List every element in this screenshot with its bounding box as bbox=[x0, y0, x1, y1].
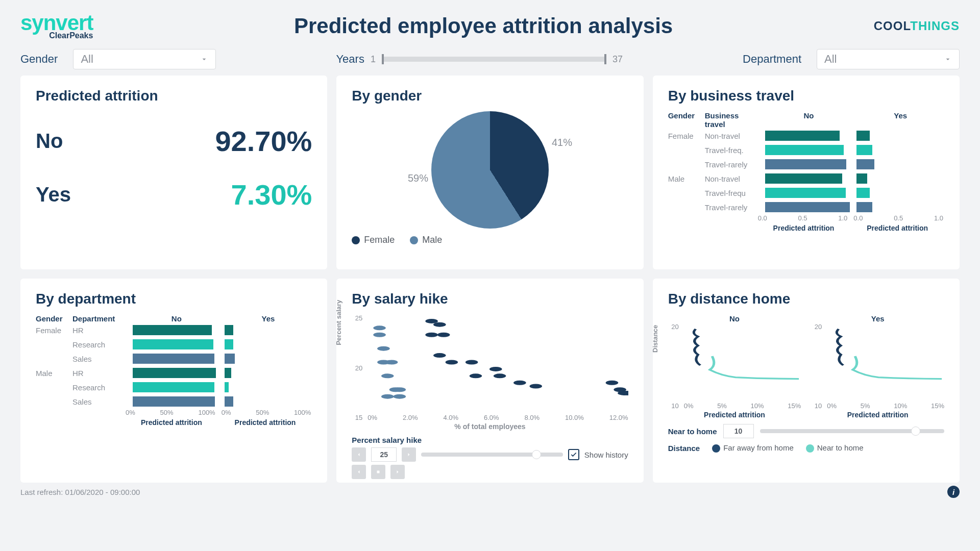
bar-row: Travel-frequ bbox=[668, 186, 944, 200]
legend-far: Far away from home bbox=[712, 443, 794, 453]
svg-point-8 bbox=[381, 394, 394, 399]
next-button[interactable] bbox=[402, 447, 416, 462]
years-slider[interactable] bbox=[382, 57, 606, 62]
svg-point-0 bbox=[374, 325, 386, 330]
salary-value-input[interactable]: 25 bbox=[371, 447, 397, 462]
legend-male: Male bbox=[410, 235, 442, 245]
bar-row: Travel-freq. bbox=[668, 143, 944, 157]
distance-title: By distance home bbox=[668, 291, 944, 307]
kpi-no-value: 92.70% bbox=[215, 124, 312, 158]
bar-row: Travel-rarely bbox=[668, 157, 944, 171]
years-filter: Years 1 37 bbox=[231, 53, 727, 66]
chevron-right-icon bbox=[395, 469, 401, 475]
dot-icon bbox=[712, 444, 720, 453]
info-button[interactable]: i bbox=[947, 486, 960, 498]
card-by-salary-hike: By salary hike Percent salary 252015 0%2… bbox=[336, 279, 643, 483]
department-select[interactable]: All bbox=[817, 49, 960, 69]
play-back-button[interactable] bbox=[352, 465, 366, 479]
dot-icon bbox=[352, 236, 360, 244]
card-by-department: By department Gender Department No Yes F… bbox=[20, 279, 327, 483]
kpi-yes-label: Yes bbox=[36, 183, 71, 206]
dept-title: By department bbox=[36, 291, 312, 307]
svg-point-5 bbox=[381, 373, 394, 378]
bar-row: Sales bbox=[36, 352, 312, 366]
svg-point-18 bbox=[489, 367, 502, 371]
chevron-down-icon bbox=[200, 55, 208, 63]
svg-point-16 bbox=[465, 360, 478, 364]
check-icon bbox=[570, 451, 577, 458]
svg-point-22 bbox=[606, 381, 618, 385]
svg-point-12 bbox=[426, 333, 438, 337]
distance-legend-title: Distance bbox=[668, 444, 700, 453]
info-icon: i bbox=[952, 488, 954, 496]
show-history-checkbox[interactable] bbox=[568, 449, 579, 460]
kpi-no-label: No bbox=[36, 130, 63, 153]
salary-ctrl-label: Percent salary hike bbox=[352, 436, 628, 444]
svg-rect-26 bbox=[377, 471, 380, 473]
svg-point-21 bbox=[530, 384, 542, 388]
svg-point-4 bbox=[385, 360, 398, 364]
years-min: 1 bbox=[371, 54, 376, 65]
salary-slider[interactable] bbox=[421, 453, 562, 457]
card-by-distance-home: By distance home No Distance 2010 0%5%10… bbox=[653, 279, 960, 483]
bar-row: Sales bbox=[36, 394, 312, 409]
bar-row: Research bbox=[36, 337, 312, 352]
svg-point-14 bbox=[433, 353, 446, 358]
svg-point-9 bbox=[394, 394, 406, 399]
page-title: Predicted employee attrition analysis bbox=[294, 14, 673, 38]
travel-title: By business travel bbox=[668, 88, 944, 104]
distance-yes-chart: 2010 0%5%10%15% bbox=[811, 323, 944, 410]
years-filter-label: Years bbox=[336, 53, 364, 66]
bar-row: Travel-rarely bbox=[668, 200, 944, 214]
kpi-title: Predicted attrition bbox=[36, 88, 312, 104]
bar-row: FemaleNon-travel bbox=[668, 129, 944, 143]
near-value-input[interactable]: 10 bbox=[723, 424, 754, 438]
svg-point-11 bbox=[433, 322, 446, 327]
chevron-right-icon bbox=[406, 452, 412, 458]
svg-point-15 bbox=[446, 360, 458, 364]
gender-filter-label: Gender bbox=[20, 53, 58, 66]
logo: synvert ClearPeaks bbox=[20, 12, 93, 40]
legend-near: Near to home bbox=[806, 443, 864, 453]
svg-point-19 bbox=[494, 373, 506, 378]
brand-badge: COOLTHINGS bbox=[874, 19, 960, 33]
near-label: Near to home bbox=[668, 427, 717, 436]
play-fwd-button[interactable] bbox=[390, 465, 405, 479]
header: synvert ClearPeaks Predicted employee at… bbox=[20, 12, 960, 40]
stop-button[interactable] bbox=[371, 465, 385, 479]
distance-no-chart: Distance 2010 0%5%10%15% bbox=[668, 323, 801, 410]
stop-icon bbox=[375, 469, 381, 475]
svg-point-17 bbox=[470, 373, 482, 378]
logo-sub: ClearPeaks bbox=[49, 32, 93, 40]
years-max: 37 bbox=[612, 54, 623, 65]
salary-scatter-chart: Percent salary 252015 0%2.0%4.0%6.0%8.0%… bbox=[352, 314, 628, 421]
chevron-down-icon bbox=[944, 55, 952, 63]
last-refresh: Last refresh: 01/06/2020 - 09:00:00 bbox=[20, 488, 140, 496]
salary-title: By salary hike bbox=[352, 291, 628, 307]
bar-row: Research bbox=[36, 380, 312, 394]
svg-point-20 bbox=[513, 381, 526, 385]
card-predicted-attrition: Predicted attrition No 92.70% Yes 7.30% bbox=[20, 76, 327, 269]
bar-row: MaleHR bbox=[36, 366, 312, 380]
gender-select[interactable]: All bbox=[73, 49, 216, 69]
card-by-business-travel: By business travel Gender Business trave… bbox=[653, 76, 960, 269]
bar-row: MaleNon-travel bbox=[668, 171, 944, 186]
svg-point-13 bbox=[437, 333, 450, 337]
chevron-left-icon bbox=[356, 452, 362, 458]
footer: Last refresh: 01/06/2020 - 09:00:00 i bbox=[20, 486, 960, 498]
pie-male-pct: 59% bbox=[408, 172, 428, 184]
chevron-left-icon bbox=[356, 469, 362, 475]
show-history-label: Show history bbox=[584, 450, 628, 459]
legend-female: Female bbox=[352, 235, 395, 245]
svg-point-1 bbox=[374, 333, 386, 337]
prev-button[interactable] bbox=[352, 447, 366, 462]
bar-row: FemaleHR bbox=[36, 323, 312, 337]
svg-point-2 bbox=[377, 346, 389, 351]
pie-title: By gender bbox=[352, 88, 628, 104]
near-slider[interactable] bbox=[760, 429, 944, 433]
department-filter-label: Department bbox=[743, 53, 801, 66]
filter-bar: Gender All Years 1 37 Department All bbox=[20, 40, 960, 76]
pie-female-pct: 41% bbox=[552, 137, 572, 148]
dot-icon bbox=[410, 236, 418, 244]
gender-pie-chart: 59% 41% bbox=[431, 111, 549, 229]
